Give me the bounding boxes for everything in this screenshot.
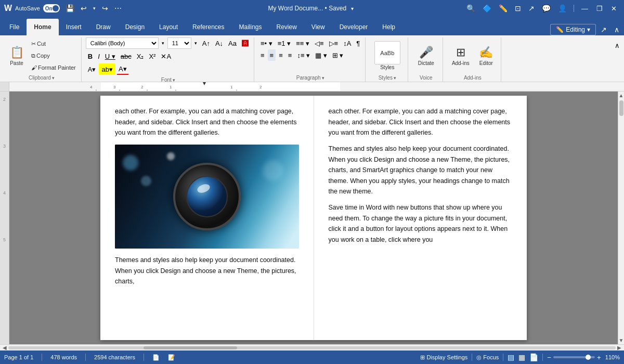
tab-review[interactable]: Review <box>269 19 304 35</box>
grow-font-button[interactable]: A↑ <box>200 37 212 49</box>
scroll-right-button[interactable]: ▶ <box>616 345 623 350</box>
view-1-button[interactable]: ▤ <box>508 353 514 361</box>
word-icon-btn[interactable]: 🔷 <box>480 3 494 14</box>
multilevel-button[interactable]: ≡≡ ▾ <box>294 37 311 49</box>
tab-home[interactable]: Home <box>27 19 58 35</box>
highlight-button[interactable]: ab▾ <box>99 63 115 75</box>
ribbon-collapse-btn[interactable]: ∧ <box>612 24 622 35</box>
decrease-indent-button[interactable]: ◁≡ <box>313 37 326 49</box>
paragraph-label[interactable]: Paragraph ▾ <box>296 74 324 82</box>
text-color-button[interactable]: A▾ <box>116 63 129 75</box>
zoom-slider[interactable] <box>553 356 595 358</box>
tab-references[interactable]: References <box>185 19 231 35</box>
align-center-button[interactable]: ≡ <box>268 49 276 61</box>
scroll-up-button[interactable]: ▲ <box>618 92 624 99</box>
doc-scroll[interactable]: each other. For example, you can add a m… <box>9 92 618 344</box>
redo-button[interactable]: ↪ <box>99 3 111 14</box>
customize-button[interactable]: ⋯ <box>112 3 124 14</box>
bullet-list-button[interactable]: ≡• ▾ <box>258 37 275 49</box>
superscript-button[interactable]: X² <box>147 50 158 62</box>
undo-dropdown[interactable]: ▾ <box>90 3 98 14</box>
scrollbar-vertical[interactable]: ▲ ▼ <box>618 92 624 344</box>
view-2-button[interactable]: ▦ <box>518 353 525 361</box>
font-size-dropdown[interactable]: ▾ <box>192 37 199 49</box>
hscroll-thumb[interactable] <box>144 346 237 349</box>
borders-button[interactable]: ⊞ ▾ <box>330 49 346 61</box>
tab-design[interactable]: Design <box>118 19 152 35</box>
autosave-toggle[interactable]: On <box>43 4 60 12</box>
format-painter-button[interactable]: 🖌 Format Painter <box>29 62 78 73</box>
numbered-list-button[interactable]: ≡1 ▾ <box>276 37 293 49</box>
tab-mailings[interactable]: Mailings <box>231 19 269 35</box>
line-spacing-button[interactable]: ↕≡ ▾ <box>295 49 312 61</box>
dictate-button[interactable]: 🎤 Dictate <box>414 44 438 68</box>
doc-col-2[interactable]: each other. For example, you can add a m… <box>314 96 527 340</box>
zoom-out-button[interactable]: − <box>547 354 551 361</box>
shading-button[interactable]: ▦ ▾ <box>313 49 329 61</box>
editor-button[interactable]: ✍ Editor <box>475 44 498 68</box>
pen-tool-btn[interactable]: ✏️ <box>496 3 510 14</box>
zoom-in-button[interactable]: + <box>597 354 601 361</box>
search-button[interactable]: 🔍 <box>464 3 478 14</box>
bold-button[interactable]: B <box>86 50 95 62</box>
sort-button[interactable]: ↕A <box>341 37 353 49</box>
align-left-button[interactable]: ≡ <box>258 49 267 61</box>
hscroll-track[interactable] <box>8 346 616 349</box>
clear-format-button[interactable]: 🅰 <box>240 37 251 49</box>
view-3-button[interactable]: 📄 <box>529 353 538 361</box>
show-formatting-button[interactable]: ¶ <box>354 37 362 49</box>
tab-file[interactable]: File <box>2 19 27 35</box>
addins-label[interactable]: Add-ins <box>464 74 482 82</box>
scroll-thumb[interactable] <box>619 100 623 116</box>
paste-button[interactable]: 📋 Paste <box>5 44 28 68</box>
underline-button[interactable]: U ▾ <box>103 50 118 62</box>
doc-col-1[interactable]: each other. For example, you can add a m… <box>100 96 314 340</box>
undo-button[interactable]: ↩ <box>78 3 89 14</box>
increase-indent-button[interactable]: ▷≡ <box>327 37 341 49</box>
font-name-dropdown[interactable]: ▾ <box>160 37 166 49</box>
font-color-button[interactable]: A▾ <box>86 63 98 75</box>
scroll-left-button[interactable]: ◀ <box>1 345 8 350</box>
focus-button[interactable]: ◎ Focus <box>476 354 499 361</box>
italic-button[interactable]: I <box>96 50 102 62</box>
align-right-button[interactable]: ≡ <box>277 49 285 61</box>
shrink-font-button[interactable]: A↓ <box>213 37 225 49</box>
strikethrough-button[interactable]: abc <box>119 50 134 62</box>
tab-draw[interactable]: Draw <box>89 19 118 35</box>
subscript-button[interactable]: X₂ <box>135 50 146 62</box>
display-settings-button[interactable]: ⊞ Display Settings <box>420 354 467 361</box>
scroll-down-button[interactable]: ▼ <box>618 336 624 344</box>
addins-button[interactable]: ⊞ Add-ins <box>448 44 474 68</box>
ruler-main[interactable]: 4 3 2 1 1 2 <box>9 82 618 91</box>
share-btn[interactable]: ↗ <box>526 3 537 14</box>
restore-button[interactable]: ❐ <box>593 3 606 15</box>
collapse-ribbon-btn[interactable]: ∧ <box>613 40 622 51</box>
change-case-button[interactable]: Aa <box>226 37 239 49</box>
title-dropdown[interactable]: ▾ <box>348 4 356 13</box>
justify-button[interactable]: ≡ <box>286 49 294 61</box>
voice-label[interactable]: Voice <box>420 74 432 82</box>
clipboard-label[interactable]: Clipboard ▾ <box>29 74 55 82</box>
cut-button[interactable]: ✂ Cut <box>29 38 78 49</box>
tab-insert[interactable]: Insert <box>59 19 89 35</box>
tab-view[interactable]: View <box>304 19 332 35</box>
font-name-select[interactable]: Calibri (Body) <box>86 37 159 49</box>
ribbon-share-btn[interactable]: ↗ <box>598 24 609 35</box>
close-button[interactable]: ✕ <box>608 3 620 15</box>
tab-help[interactable]: Help <box>375 19 402 35</box>
copy-button[interactable]: ⧉ Copy <box>29 50 78 61</box>
font-size-select[interactable]: 11 <box>167 37 191 49</box>
minimize-button[interactable]: — <box>578 3 591 15</box>
profile-btn[interactable]: 👤 <box>555 3 569 14</box>
tab-layout[interactable]: Layout <box>152 19 185 35</box>
comments-btn[interactable]: 💬 <box>539 3 553 14</box>
editing-mode-button[interactable]: ✏️ Editing ▾ <box>550 24 596 35</box>
styles-label[interactable]: Styles ▾ <box>379 74 396 82</box>
zoom-level-button[interactable]: 110% <box>605 354 620 360</box>
save-button[interactable]: 💾 <box>63 3 77 14</box>
styles-button[interactable]: AaBb Styles <box>370 39 405 72</box>
tab-developer[interactable]: Developer <box>332 19 375 35</box>
present-btn[interactable]: ⊡ <box>512 3 524 14</box>
clear-format-btn2[interactable]: ✕A <box>159 50 173 62</box>
svg-text:1: 1 <box>230 85 233 89</box>
